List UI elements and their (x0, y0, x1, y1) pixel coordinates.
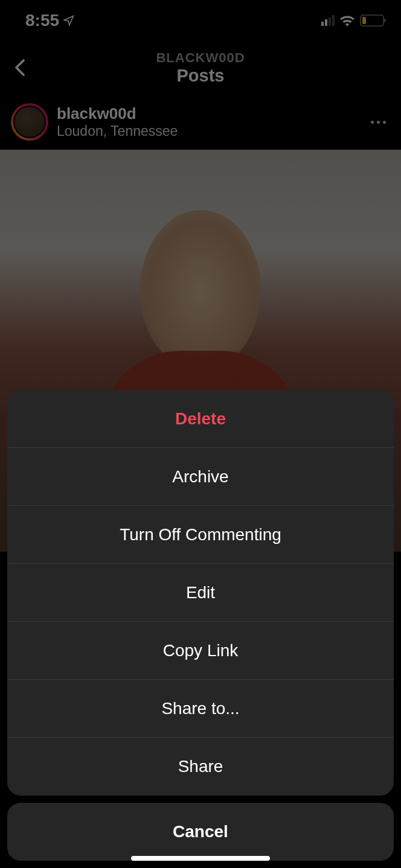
turn-off-commenting-button[interactable]: Turn Off Commenting (7, 506, 394, 564)
action-sheet: Delete Archive Turn Off Commenting Edit … (0, 390, 401, 868)
archive-button[interactable]: Archive (7, 448, 394, 506)
copy-link-button[interactable]: Copy Link (7, 622, 394, 680)
action-sheet-group: Delete Archive Turn Off Commenting Edit … (7, 390, 394, 796)
share-to-button[interactable]: Share to... (7, 680, 394, 738)
edit-button[interactable]: Edit (7, 564, 394, 622)
delete-button[interactable]: Delete (7, 390, 394, 448)
cancel-button[interactable]: Cancel (7, 803, 394, 861)
share-button[interactable]: Share (7, 738, 394, 796)
home-indicator[interactable] (131, 856, 270, 861)
